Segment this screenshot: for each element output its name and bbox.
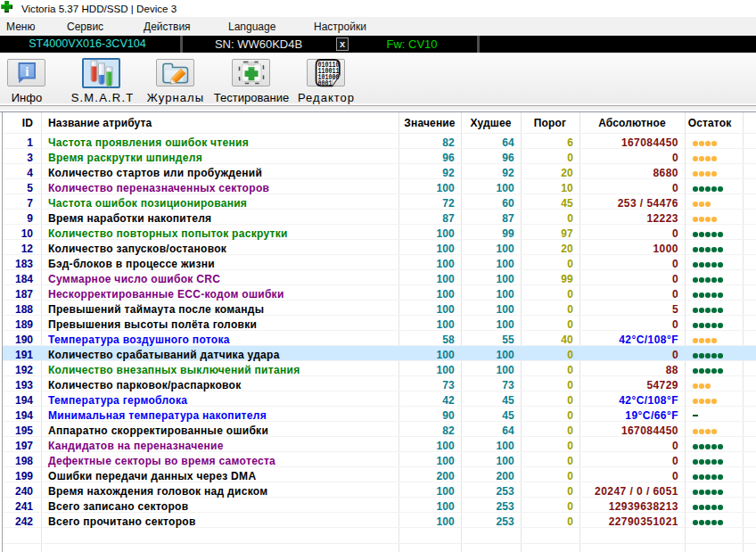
svg-text:0001: 0001 bbox=[317, 79, 332, 87]
svg-text:i: i bbox=[25, 64, 29, 78]
